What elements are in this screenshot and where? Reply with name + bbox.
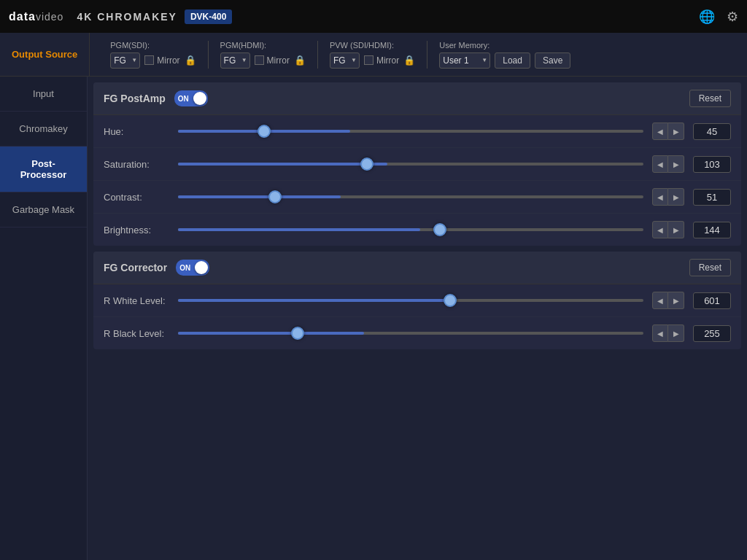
contrast-decrement-button[interactable]: ◀ (652, 188, 668, 206)
hue-increment-button[interactable]: ▶ (668, 122, 684, 140)
fg-postamp-header: FG PostAmp ON Reset (93, 82, 741, 115)
r-black-level-slider[interactable] (178, 332, 643, 335)
fg-corrector-reset-button[interactable]: Reset (689, 259, 731, 276)
r-white-level-increment-button[interactable]: ▶ (668, 292, 684, 309)
save-button[interactable]: Save (535, 52, 570, 69)
fg-corrector-header: FG Corrector ON Reset (93, 252, 741, 284)
pgm-sdi-controls: FG Mirror 🔒 (110, 52, 196, 69)
pvw-controls: FG Mirror 🔒 (330, 52, 415, 69)
hue-label: Hue: (104, 126, 169, 137)
gear-button[interactable]: ⚙ (727, 10, 738, 23)
fg-postamp-section: FG PostAmp ON Reset Hue: (93, 82, 741, 246)
fg-postamp-reset-button[interactable]: Reset (689, 90, 731, 107)
saturation-decrement-button[interactable]: ◀ (652, 155, 668, 173)
pgm-hdmi-mirror-checkbox[interactable] (255, 55, 264, 65)
top-icons: 🌐 ⚙ (699, 10, 738, 23)
saturation-arrows: ◀ ▶ (652, 155, 684, 173)
pvw-mirror-label: Mirror (364, 55, 399, 66)
brightness-row: Brightness: ◀ ▶ 144 (93, 214, 741, 246)
user-memory-group: User Memory: User 1 Load Save (427, 41, 582, 69)
pgm-hdmi-lock-icon: 🔒 (294, 55, 306, 66)
brightness-arrows: ◀ ▶ (652, 221, 684, 238)
r-white-level-label: R White Level: (104, 295, 169, 306)
hue-slider[interactable] (178, 130, 643, 133)
r-black-level-label: R Black Level: (104, 328, 169, 339)
saturation-value: 103 (693, 156, 731, 173)
r-white-level-slider[interactable] (178, 299, 643, 302)
hue-slider-container (178, 124, 643, 139)
contrast-slider[interactable] (178, 195, 643, 198)
top-bar: datavideo 4K CHROMAKEY DVK-400 🌐 ⚙ (0, 0, 747, 33)
fg-corrector-title-area: FG Corrector ON (104, 260, 209, 276)
fg-corrector-toggle-label: ON (179, 264, 190, 272)
main-layout: Input Chromakey Post-Processor Garbage M… (0, 77, 747, 560)
output-source-tab[interactable]: Output Source (0, 33, 90, 76)
sidebar-item-post-processor[interactable]: Post-Processor (0, 147, 87, 192)
hue-decrement-button[interactable]: ◀ (652, 122, 668, 140)
brightness-slider[interactable] (178, 228, 643, 231)
fg-postamp-toggle-track[interactable]: ON (174, 90, 208, 106)
saturation-increment-button[interactable]: ▶ (668, 155, 684, 173)
saturation-slider-container (178, 157, 643, 171)
contrast-label: Contrast: (104, 192, 169, 203)
pgm-sdi-lock-icon: 🔒 (185, 55, 196, 66)
pgm-hdmi-select-wrapper[interactable]: FG (220, 52, 250, 69)
pgm-hdmi-controls: FG Mirror 🔒 (220, 52, 306, 69)
saturation-label: Saturation: (104, 159, 169, 170)
brightness-decrement-button[interactable]: ◀ (652, 221, 668, 238)
brightness-increment-button[interactable]: ▶ (668, 221, 684, 238)
content-area: FG PostAmp ON Reset Hue: (88, 77, 747, 560)
pgm-sdi-label: PGM(SDI): (110, 41, 196, 50)
saturation-row: Saturation: ◀ ▶ 103 (93, 148, 741, 181)
pgm-sdi-select[interactable]: FG (110, 52, 140, 69)
user-memory-controls: User 1 Load Save (439, 52, 570, 69)
r-black-level-row: R Black Level: ◀ ▶ 255 (93, 317, 741, 349)
contrast-arrows: ◀ ▶ (652, 188, 684, 206)
pgm-sdi-mirror-checkbox[interactable] (144, 55, 154, 65)
globe-button[interactable]: 🌐 (699, 10, 715, 23)
pgm-hdmi-group: PGM(HDMI): FG Mirror 🔒 (209, 41, 318, 69)
output-bar: Output Source PGM(SDI): FG Mirror 🔒 PGM(… (0, 33, 747, 77)
r-black-level-increment-button[interactable]: ▶ (668, 324, 684, 342)
fg-postamp-title-area: FG PostAmp ON (104, 90, 208, 106)
contrast-slider-container (178, 190, 643, 204)
pgm-sdi-mirror-label: Mirror (144, 55, 179, 66)
r-black-level-decrement-button[interactable]: ◀ (652, 324, 668, 342)
pgm-hdmi-select[interactable]: FG (220, 52, 250, 69)
sidebar-item-chromakey[interactable]: Chromakey (0, 112, 87, 147)
fg-corrector-toggle[interactable]: ON (176, 260, 209, 276)
sidebar-item-garbage-mask[interactable]: Garbage Mask (0, 192, 87, 228)
load-button[interactable]: Load (495, 52, 530, 69)
user-memory-select-wrapper[interactable]: User 1 (439, 52, 490, 69)
fg-corrector-toggle-knob (195, 261, 208, 274)
sidebar-item-input[interactable]: Input (0, 77, 87, 112)
pvw-select[interactable]: FG (330, 52, 360, 69)
fg-postamp-toggle-knob (193, 92, 206, 105)
fg-corrector-section: FG Corrector ON Reset R White Level: (93, 252, 741, 349)
contrast-row: Contrast: ◀ ▶ 51 (93, 181, 741, 214)
fg-postamp-toggle[interactable]: ON (174, 90, 208, 106)
contrast-increment-button[interactable]: ▶ (668, 188, 684, 206)
fg-corrector-toggle-track[interactable]: ON (176, 260, 209, 276)
pgm-sdi-select-wrapper[interactable]: FG (110, 52, 140, 69)
user-memory-select[interactable]: User 1 (439, 52, 490, 69)
hue-row: Hue: ◀ ▶ 45 (93, 115, 741, 148)
r-white-level-decrement-button[interactable]: ◀ (652, 292, 668, 309)
brightness-label: Brightness: (104, 225, 169, 236)
pvw-mirror-checkbox[interactable] (364, 55, 374, 65)
pvw-label: PVW (SDI/HDMI): (330, 41, 415, 50)
model-badge: DVK-400 (185, 9, 232, 24)
sidebar: Input Chromakey Post-Processor Garbage M… (0, 77, 88, 560)
hue-arrows: ◀ ▶ (652, 122, 684, 140)
brand-logo: datavideo (9, 10, 63, 23)
r-white-level-arrows: ◀ ▶ (652, 292, 684, 309)
brightness-value: 144 (693, 222, 731, 238)
output-controls: PGM(SDI): FG Mirror 🔒 PGM(HDMI): (90, 41, 747, 69)
pvw-select-wrapper[interactable]: FG (330, 52, 360, 69)
hue-value: 45 (693, 123, 731, 140)
fg-postamp-toggle-label: ON (178, 95, 189, 103)
saturation-slider[interactable] (178, 163, 643, 166)
logo-text: datavideo (9, 10, 63, 23)
pgm-hdmi-label: PGM(HDMI): (220, 41, 306, 50)
r-black-level-arrows: ◀ ▶ (652, 324, 684, 342)
